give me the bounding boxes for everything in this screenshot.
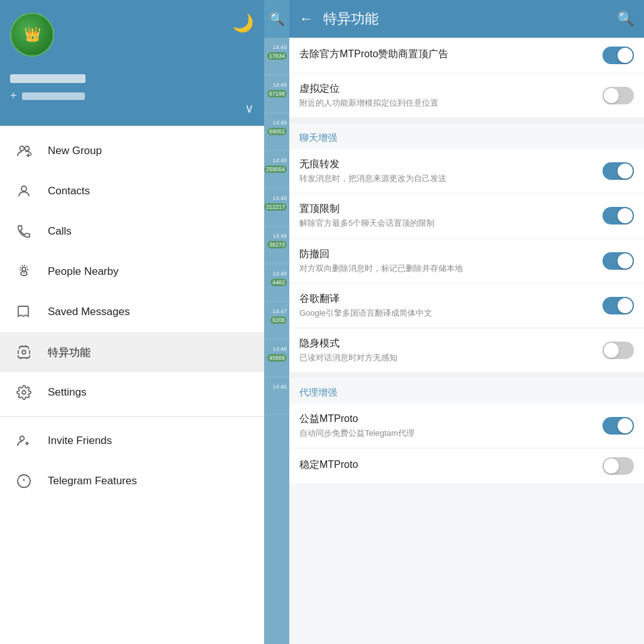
- chat-preview-item[interactable]: 14:46 45666: [264, 340, 289, 377]
- setting-desc-google-translate: Google引擎多国语言翻译成简体中文: [299, 308, 595, 319]
- setting-item-text: 虚拟定位 附近的人功能新增模拟定位到任意位置: [299, 82, 602, 109]
- chat-badge: 259054: [264, 165, 287, 173]
- chat-badge: 67198: [267, 90, 287, 97]
- chat-preview-item[interactable]: 14:48 212217: [264, 189, 289, 226]
- back-button[interactable]: ←: [299, 11, 313, 27]
- chat-preview-item[interactable]: 14:49 69051: [264, 113, 289, 151]
- toggle-remove-sponsor-ads[interactable]: [602, 47, 634, 64]
- sidebar-item-label-invite-friends: Invite Friends: [48, 435, 112, 447]
- setting-item-text: 防撤回 对方双向删除消息时，标记已删除并存储本地: [299, 248, 602, 274]
- sidebar-item-saved-messages[interactable]: Saved Messages: [0, 292, 264, 332]
- avatar[interactable]: 👑: [10, 13, 54, 57]
- chat-preview-area: 🔍 14:49 17634 14:49 67198 14:49 69051 14…: [264, 0, 289, 644]
- user-info: +: [10, 74, 254, 103]
- toggle-google-translate[interactable]: [602, 297, 634, 314]
- add-account-icon[interactable]: +: [10, 89, 17, 103]
- setting-item-stable-mtproto: 稳定MTProto: [289, 448, 644, 484]
- toggle-traceless-forward[interactable]: [602, 162, 634, 180]
- toggle-knob: [618, 253, 633, 269]
- toggle-pin-limit[interactable]: [602, 207, 634, 225]
- chat-preview-item[interactable]: 14:49 17634: [264, 38, 289, 75]
- setting-title-stealth-mode: 隐身模式: [299, 337, 595, 350]
- toggle-knob: [618, 208, 633, 223]
- setting-title: 去除官方MTProto赞助商置顶广告: [299, 48, 595, 61]
- chat-preview-item[interactable]: 14:48 36273: [264, 226, 289, 264]
- sidebar-item-special-features[interactable]: 特异功能: [0, 332, 264, 372]
- setting-item-google-translate: 谷歌翻译 Google引擎多国语言翻译成简体中文: [289, 284, 644, 328]
- toggle-stable-mtproto[interactable]: [602, 457, 634, 475]
- toggle-knob: [618, 164, 633, 179]
- right-panel-title: 特异功能: [323, 9, 607, 28]
- setting-desc-virtual-location: 附近的人功能新增模拟定位到任意位置: [299, 97, 595, 109]
- sidebar-item-invite-friends[interactable]: Invite Friends: [0, 421, 264, 461]
- toggle-anti-recall[interactable]: [602, 252, 634, 270]
- chat-search-bar[interactable]: 🔍: [264, 0, 289, 38]
- chat-preview-items: 14:49 17634 14:49 67198 14:49 69051 14:4…: [264, 38, 289, 644]
- setting-desc-anti-recall: 对方双向删除消息时，标记已删除并存储本地: [299, 263, 595, 274]
- setting-item-remove-sponsor-ads: 去除官方MTProto赞助商置顶广告: [289, 38, 644, 74]
- settings-content: 去除官方MTProto赞助商置顶广告 虚拟定位 附近的人功能新增模拟定位到任意位…: [289, 38, 644, 644]
- toggle-virtual-location[interactable]: [602, 87, 634, 104]
- section-divider-2: [289, 373, 644, 378]
- sidebar-item-people-nearby[interactable]: People Nearby: [0, 252, 264, 292]
- contacts-icon: [13, 180, 35, 203]
- sidebar-item-label-calls: Calls: [48, 225, 72, 238]
- chat-badge: 45666: [267, 354, 287, 362]
- setting-item-anti-recall: 防撤回 对方双向删除消息时，标记已删除并存储本地: [289, 239, 644, 284]
- chat-badge: 9206: [270, 316, 287, 324]
- setting-title-pin-limit: 置顶限制: [299, 203, 595, 216]
- chat-badge: 36273: [267, 241, 287, 248]
- setting-title-anti-recall: 防撤回: [299, 248, 595, 261]
- chat-time: 14:48: [272, 195, 287, 201]
- chat-preview-item[interactable]: 14:46: [264, 377, 289, 415]
- chat-badge: 69051: [267, 128, 287, 135]
- setting-item-mtproto-public: 公益MTProto 自动同步免费公益Telegtam代理: [289, 404, 644, 448]
- night-mode-icon[interactable]: 🌙: [232, 13, 254, 33]
- right-header: ← 特异功能 🔍: [289, 0, 644, 38]
- chat-time: 14:48: [272, 233, 287, 239]
- svg-point-8: [22, 391, 26, 394]
- sidebar-item-label-settings: Settings: [48, 386, 86, 399]
- header-top: 👑 🌙: [10, 13, 254, 57]
- toggle-stealth-mode[interactable]: [602, 341, 634, 359]
- chat-preview-item[interactable]: 14:48 4462: [264, 264, 289, 302]
- setting-item-traceless-forward: 无痕转发 转发消息时，把消息来源更改为自己发送: [289, 149, 644, 194]
- sidebar-item-new-group[interactable]: New Group: [0, 131, 264, 171]
- right-panel: ← 特异功能 🔍 去除官方MTProto赞助商置顶广告 虚拟定位 附近的人功能新…: [289, 0, 644, 644]
- settings-icon: [13, 381, 35, 404]
- setting-item-stealth-mode: 隐身模式 已读对话消息时对方无感知: [289, 328, 644, 373]
- search-button[interactable]: 🔍: [617, 11, 634, 27]
- chat-time: 14:48: [272, 157, 287, 164]
- sidebar-item-telegram-features[interactable]: Telegram Features: [0, 461, 264, 501]
- sidebar-item-label-new-group: New Group: [48, 145, 102, 157]
- setting-desc-pin-limit: 解除官方最多5个聊天会话置顶的限制: [299, 218, 595, 229]
- svg-point-6: [20, 265, 28, 273]
- sidebar-item-settings[interactable]: Settings: [0, 372, 264, 413]
- sidebar-item-label-telegram-features: Telegram Features: [48, 475, 137, 487]
- setting-title-mtproto-public: 公益MTProto: [299, 413, 595, 426]
- chat-badge: 17634: [267, 52, 287, 60]
- svg-point-4: [21, 186, 26, 191]
- setting-item-pin-limit: 置顶限制 解除官方最多5个聊天会话置顶的限制: [289, 194, 644, 238]
- chat-time: 14:46: [272, 384, 287, 390]
- chat-preview-item[interactable]: 14:47 9206: [264, 302, 289, 340]
- toggle-knob: [604, 458, 619, 474]
- toggle-knob: [604, 343, 619, 358]
- sidebar-item-calls[interactable]: Calls: [0, 211, 264, 252]
- chat-preview-item[interactable]: 14:49 67198: [264, 75, 289, 113]
- setting-item-text: 公益MTProto 自动同步免费公益Telegtam代理: [299, 413, 602, 439]
- section-header-chat-enhance: 聊天增强: [289, 123, 644, 149]
- toggle-knob: [618, 418, 633, 433]
- nav-menu: New Group Contacts Calls: [0, 126, 264, 644]
- chat-badge: 212217: [264, 203, 287, 211]
- toggle-mtproto-public[interactable]: [602, 417, 634, 435]
- setting-item-text: 隐身模式 已读对话消息时对方无感知: [299, 337, 602, 364]
- setting-desc-stealth-mode: 已读对话消息时对方无感知: [299, 352, 595, 364]
- section-divider: [289, 118, 644, 123]
- chat-time: 14:46: [272, 346, 287, 352]
- setting-desc-mtproto-public: 自动同步免费公益Telegtam代理: [299, 428, 595, 439]
- sidebar-item-contacts[interactable]: Contacts: [0, 171, 264, 211]
- chat-preview-item[interactable]: 14:48 259054: [264, 151, 289, 189]
- search-icon: 🔍: [269, 11, 285, 26]
- chevron-down-icon[interactable]: ∨: [245, 101, 254, 116]
